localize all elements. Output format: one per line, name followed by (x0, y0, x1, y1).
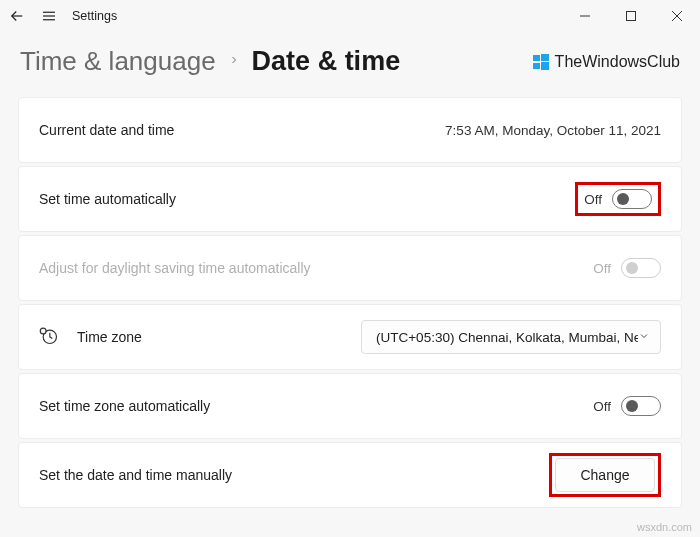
windows-logo-icon (533, 54, 549, 70)
highlight-box: Off (575, 182, 661, 216)
row-current-datetime: Current date and time 7:53 AM, Monday, O… (18, 97, 682, 163)
menu-button[interactable] (40, 7, 58, 25)
titlebar: Settings (0, 0, 700, 32)
minimize-icon (580, 11, 590, 21)
change-button[interactable]: Change (555, 458, 655, 492)
watermark: wsxdn.com (637, 521, 692, 533)
toggle-state-label: Off (593, 261, 611, 276)
app-title: Settings (72, 9, 117, 23)
maximize-button[interactable] (608, 0, 654, 32)
highlight-box: Change (549, 453, 661, 497)
dst-toggle (621, 258, 661, 278)
close-icon (672, 11, 682, 21)
brand-text: TheWindowsClub (555, 53, 680, 71)
row-set-time-automatically: Set time automatically Off (18, 166, 682, 232)
toggle-state-label: Off (584, 192, 602, 207)
window-controls (562, 0, 700, 32)
svg-point-6 (40, 328, 46, 334)
hamburger-icon (40, 7, 58, 25)
change-button-label: Change (580, 467, 629, 483)
current-datetime-value: 7:53 AM, Monday, October 11, 2021 (445, 123, 661, 138)
row-label: Adjust for daylight saving time automati… (39, 260, 311, 276)
page-title: Date & time (252, 46, 401, 77)
minimize-button[interactable] (562, 0, 608, 32)
svg-rect-0 (627, 12, 636, 21)
row-dst-automatically: Adjust for daylight saving time automati… (18, 235, 682, 301)
svg-rect-1 (533, 55, 540, 61)
timezone-selected-value: (UTC+05:30) Chennai, Kolkata, Mumbai, Ne… (376, 330, 638, 345)
timezone-icon (39, 326, 59, 349)
toggle-group: Off (593, 396, 661, 416)
row-set-timezone-automatically: Set time zone automatically Off (18, 373, 682, 439)
row-label: Set the date and time manually (39, 467, 232, 483)
toggle-state-label: Off (593, 399, 611, 414)
titlebar-left: Settings (8, 7, 117, 25)
back-button[interactable] (8, 7, 26, 25)
set-time-automatically-toggle[interactable] (612, 189, 652, 209)
svg-rect-4 (541, 62, 549, 70)
svg-rect-3 (533, 63, 540, 69)
toggle-group: Off (593, 258, 661, 278)
breadcrumb-parent[interactable]: Time & language (20, 46, 216, 77)
row-label: Set time zone automatically (39, 398, 210, 414)
brand-logo: TheWindowsClub (533, 53, 680, 71)
row-set-manually: Set the date and time manually Change (18, 442, 682, 508)
toggle-group: Off (584, 189, 652, 209)
set-timezone-automatically-toggle[interactable] (621, 396, 661, 416)
row-time-zone: Time zone (UTC+05:30) Chennai, Kolkata, … (18, 304, 682, 370)
chevron-right-icon (228, 51, 240, 72)
row-label: Set time automatically (39, 191, 176, 207)
maximize-icon (626, 11, 636, 21)
timezone-select[interactable]: (UTC+05:30) Chennai, Kolkata, Mumbai, Ne… (361, 320, 661, 354)
row-label: Time zone (77, 329, 142, 345)
chevron-down-icon (638, 330, 650, 345)
close-button[interactable] (654, 0, 700, 32)
row-label: Current date and time (39, 122, 174, 138)
svg-rect-2 (541, 54, 549, 61)
breadcrumb: Time & language Date & time TheWindowsCl… (0, 32, 700, 97)
settings-list: Current date and time 7:53 AM, Monday, O… (0, 97, 700, 518)
arrow-left-icon (8, 7, 26, 25)
